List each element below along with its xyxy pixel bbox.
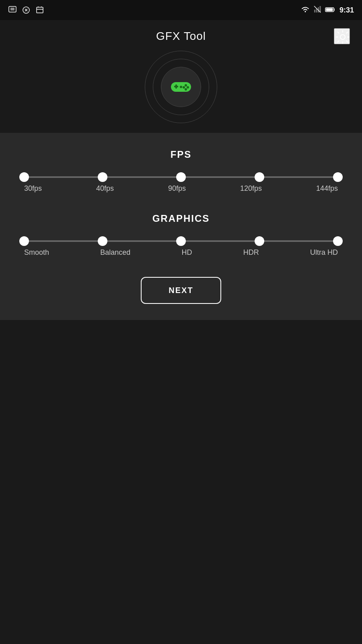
fps-label-40fps: 40fps bbox=[96, 184, 114, 193]
app-icon-1 bbox=[8, 6, 17, 14]
status-bar-right: 9:31 bbox=[301, 6, 354, 15]
app-icon-3 bbox=[35, 6, 44, 14]
svg-point-16 bbox=[185, 84, 187, 87]
app-icon-2 bbox=[22, 6, 31, 14]
fps-label-30fps: 30fps bbox=[24, 184, 42, 193]
fps-label-144fps: 144fps bbox=[316, 184, 338, 193]
graphics-thumb-balanced[interactable] bbox=[98, 236, 107, 246]
fps-labels: 30fps 40fps 90fps 120fps 144fps bbox=[24, 184, 338, 193]
fps-thumb-40fps[interactable] bbox=[98, 172, 107, 182]
graphics-labels: Smooth Balanced HD HDR Ultra HD bbox=[24, 248, 338, 257]
fps-slider-track[interactable] bbox=[24, 176, 338, 178]
svg-rect-1 bbox=[10, 8, 14, 10]
svg-rect-11 bbox=[326, 8, 333, 11]
fps-thumb-90fps[interactable] bbox=[176, 172, 186, 182]
fps-label: FPS bbox=[24, 149, 338, 160]
graphics-slider-track[interactable] bbox=[24, 240, 338, 242]
graphics-label-hd: HD bbox=[182, 248, 192, 257]
graphics-section: GRAPHICS Smooth Balanced HD HDR Ultra HD bbox=[24, 213, 338, 257]
settings-button[interactable] bbox=[334, 28, 350, 44]
svg-point-20 bbox=[180, 86, 182, 88]
svg-point-18 bbox=[183, 86, 185, 89]
top-section: GFX Tool bbox=[0, 20, 362, 133]
svg-point-19 bbox=[185, 88, 187, 91]
controller-logo bbox=[145, 51, 217, 123]
fps-section: FPS 30fps 40fps 90fps 120fps 144fps bbox=[24, 149, 338, 193]
svg-point-12 bbox=[340, 35, 345, 39]
graphics-label-ultrahd: Ultra HD bbox=[310, 248, 338, 257]
next-button[interactable]: NEXT bbox=[141, 277, 221, 304]
graphics-label: GRAPHICS bbox=[24, 213, 338, 224]
signal-icon bbox=[314, 6, 321, 15]
svg-rect-5 bbox=[314, 10, 315, 12]
fps-thumb-30fps[interactable] bbox=[19, 172, 29, 182]
graphics-thumb-hdr[interactable] bbox=[255, 236, 264, 246]
app-title: GFX Tool bbox=[156, 30, 206, 43]
svg-rect-15 bbox=[175, 85, 177, 89]
graphics-label-balanced: Balanced bbox=[100, 248, 130, 257]
graphics-thumb-smooth[interactable] bbox=[19, 236, 29, 246]
battery-icon bbox=[325, 6, 335, 14]
fps-label-90fps: 90fps bbox=[168, 184, 186, 193]
svg-point-4 bbox=[304, 11, 306, 12]
status-bar-left-icons bbox=[8, 6, 44, 14]
fps-label-120fps: 120fps bbox=[240, 184, 262, 193]
fps-thumb-120fps[interactable] bbox=[255, 172, 264, 182]
graphics-label-smooth: Smooth bbox=[24, 248, 49, 257]
svg-point-17 bbox=[187, 86, 189, 89]
fps-thumb-144fps[interactable] bbox=[333, 172, 343, 182]
svg-rect-3 bbox=[37, 7, 43, 13]
graphics-label-hdr: HDR bbox=[243, 248, 259, 257]
status-bar: 9:31 bbox=[0, 0, 362, 20]
graphics-thumb-ultrahd[interactable] bbox=[333, 236, 343, 246]
gamepad-icon bbox=[169, 79, 193, 95]
graphics-thumb-hd[interactable] bbox=[176, 236, 186, 246]
controls-section: FPS 30fps 40fps 90fps 120fps 144fps GRAP… bbox=[0, 133, 362, 320]
time-display: 9:31 bbox=[339, 6, 354, 14]
wifi-icon bbox=[301, 6, 310, 15]
